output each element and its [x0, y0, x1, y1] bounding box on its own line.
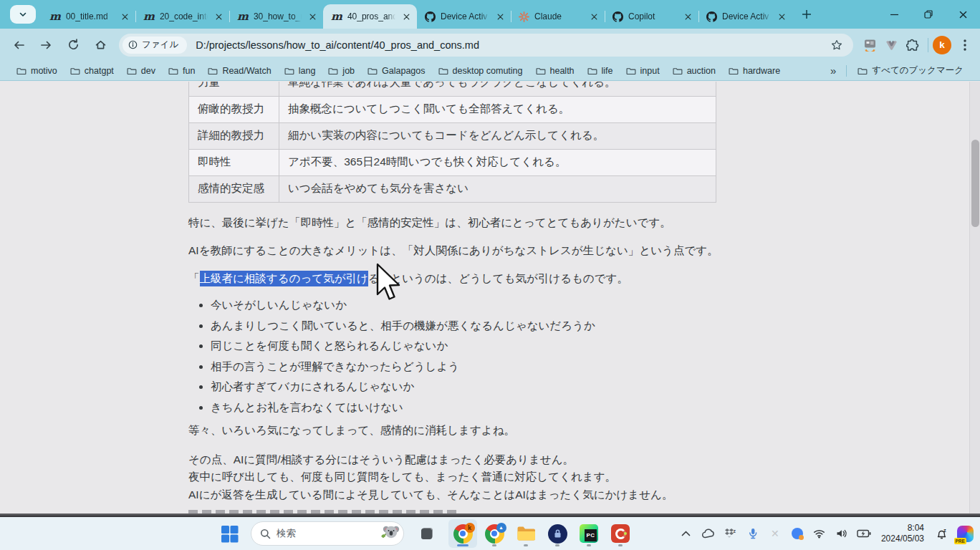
tab-close-icon[interactable] — [119, 11, 131, 23]
tab-copilot[interactable]: Copilot — [605, 4, 698, 29]
bookmark-folder-read-watch[interactable]: Read/Watch — [201, 64, 277, 77]
tray-volume[interactable] — [834, 526, 850, 541]
plus-icon — [802, 9, 812, 19]
tab-30-how-to[interactable]: m 30_how_to_u — [229, 4, 323, 29]
tray-assistant-ball[interactable] — [789, 526, 805, 541]
tray-onedrive[interactable] — [701, 526, 716, 541]
browser-menu-button[interactable] — [954, 34, 976, 56]
clock-date: 2024/05/03 — [881, 534, 924, 544]
tray-dropbox-paused[interactable]: z — [723, 526, 739, 541]
system-tray: z ✕ — [678, 523, 974, 544]
onedrive-cloud-icon — [701, 529, 715, 539]
tab-close-icon[interactable] — [494, 11, 506, 23]
taskbar-camtasia[interactable] — [606, 519, 635, 548]
bookmarks-overflow-button[interactable]: » — [825, 64, 842, 77]
v-extension-button[interactable] — [880, 34, 902, 56]
tray-microphone[interactable] — [745, 526, 761, 541]
taskbar-pycharm[interactable]: PC — [575, 519, 603, 548]
taskbar: 検索 — [0, 517, 980, 550]
paragraph-line: その点、AIに質問/相談する分にはそういう配慮はまったく必要ありません。 — [188, 451, 733, 469]
extensions-button[interactable] — [902, 34, 923, 56]
tab-close-icon[interactable] — [682, 11, 694, 23]
tray-inactive-app[interactable]: ✕ — [767, 526, 783, 541]
url-text[interactable]: D:/projects/lessons/how_to_ai/content/40… — [196, 39, 827, 51]
tab-close-icon[interactable] — [307, 11, 319, 23]
bookmark-folder-job[interactable]: job — [322, 64, 361, 77]
taskbar-clock[interactable]: 8:04 2024/05/03 — [881, 523, 924, 544]
start-button[interactable] — [215, 519, 244, 548]
text-after-selection: る」というのは、どうしても気が引けるものです。 — [368, 272, 628, 284]
clock-time: 8:04 — [881, 523, 924, 534]
page-content: 力量 単純な作業であれば大量であってもラクラクとこなしてくれる。 俯瞰的教授力 … — [0, 82, 980, 514]
tab-claude[interactable]: Claude — [511, 4, 605, 29]
camtasia-icon — [611, 524, 630, 543]
taskbar-chrome-profile-2[interactable]: ▲ — [480, 519, 509, 548]
bookmark-folder-lang[interactable]: lang — [278, 64, 322, 77]
all-bookmarks-button[interactable]: すべてのブックマーク — [851, 63, 970, 78]
tab-close-icon[interactable] — [588, 11, 600, 23]
bookmark-folder-desktop-comuting[interactable]: desktop comuting — [432, 64, 529, 77]
bookmark-star-button[interactable] — [827, 36, 846, 54]
tab-close-icon[interactable] — [213, 11, 225, 23]
bookmark-folder-hardware[interactable]: hardware — [722, 64, 787, 77]
bell-dnd-icon: z — [935, 528, 948, 540]
copilot-button[interactable]: PRE — [956, 526, 974, 541]
bookmark-folder-input[interactable]: input — [620, 64, 666, 77]
task-view-button[interactable] — [413, 519, 441, 548]
folder-icon — [626, 66, 636, 76]
copilot-icon: PRE — [957, 526, 974, 542]
forward-icon — [40, 39, 52, 51]
url-chip-label: ファイル — [142, 39, 178, 51]
vertical-scrollbar[interactable] — [969, 82, 980, 514]
chrome-icon: ▲ — [485, 524, 504, 544]
taskbar-apps: 検索 — [215, 519, 635, 548]
tray-wifi[interactable] — [812, 526, 827, 541]
file-explorer-icon — [517, 526, 536, 541]
scrollbar-thumb[interactable] — [971, 140, 979, 227]
tab-device-activation-2[interactable]: Device Activ — [698, 4, 792, 29]
taskbar-chrome-profile-k[interactable]: k — [448, 519, 477, 548]
tab-20-code[interactable]: m 20_code_inte — [135, 4, 229, 29]
back-button[interactable] — [7, 34, 30, 57]
bookmark-folder-motivo[interactable]: motivo — [10, 64, 64, 77]
tab-close-icon[interactable] — [400, 11, 413, 23]
profile-avatar[interactable]: k — [933, 36, 951, 54]
markdown-document: 力量 単純な作業であれば大量であってもラクラクとこなしてくれる。 俯瞰的教授力 … — [188, 82, 733, 514]
tab-40-pros-and-cons-active[interactable]: m 40_pros_and — [323, 4, 417, 29]
restore-button[interactable] — [911, 0, 946, 29]
search-icon — [260, 529, 271, 539]
bookmark-folder-life[interactable]: life — [581, 64, 620, 77]
tab-device-activation-1[interactable]: Device Activ — [417, 4, 511, 29]
taskbar-keepass[interactable] — [543, 519, 572, 548]
address-bar[interactable]: ファイル D:/projects/lessons/how_to_ai/conte… — [119, 34, 853, 57]
bookmark-folder-health[interactable]: health — [529, 64, 581, 77]
reload-button[interactable] — [62, 34, 85, 57]
table-row: 力量 単純な作業であれば大量であってもラクラクとこなしてくれる。 — [189, 82, 716, 97]
forward-button[interactable] — [34, 34, 57, 57]
minimize-button[interactable] — [877, 0, 911, 29]
folder-icon — [208, 66, 218, 76]
tab-close-icon[interactable] — [776, 11, 788, 23]
home-icon — [95, 39, 107, 51]
bookmark-folder-galapagos[interactable]: Galapagos — [361, 64, 431, 77]
close-window-button[interactable] — [946, 0, 980, 29]
tray-battery[interactable] — [856, 526, 872, 541]
screenshot-extension-button[interactable] — [859, 34, 880, 56]
tab-search-button[interactable] — [10, 5, 36, 24]
bookmark-folder-auction[interactable]: auction — [666, 64, 722, 77]
folder-icon — [168, 66, 178, 76]
url-scheme-chip[interactable]: ファイル — [123, 37, 187, 54]
bookmark-folder-chatgpt[interactable]: chatgpt — [64, 64, 120, 77]
koala-search-highlight[interactable] — [379, 521, 400, 543]
new-tab-button[interactable] — [797, 4, 817, 24]
bookmark-folder-dev[interactable]: dev — [120, 64, 162, 77]
bookmark-label: fun — [183, 66, 195, 76]
bookmark-folder-fun[interactable]: fun — [162, 64, 201, 77]
home-button[interactable] — [89, 34, 112, 57]
taskbar-search-box[interactable]: 検索 — [251, 521, 404, 546]
notification-bell-button[interactable]: z — [933, 526, 949, 541]
tab-00-title[interactable]: m 00_title.md — [42, 4, 135, 29]
tray-expand-button[interactable] — [678, 526, 694, 541]
browser-tab-strip: m 00_title.md m 20_code_inte m 30_how_to… — [0, 0, 980, 29]
taskbar-file-explorer[interactable] — [511, 519, 540, 548]
